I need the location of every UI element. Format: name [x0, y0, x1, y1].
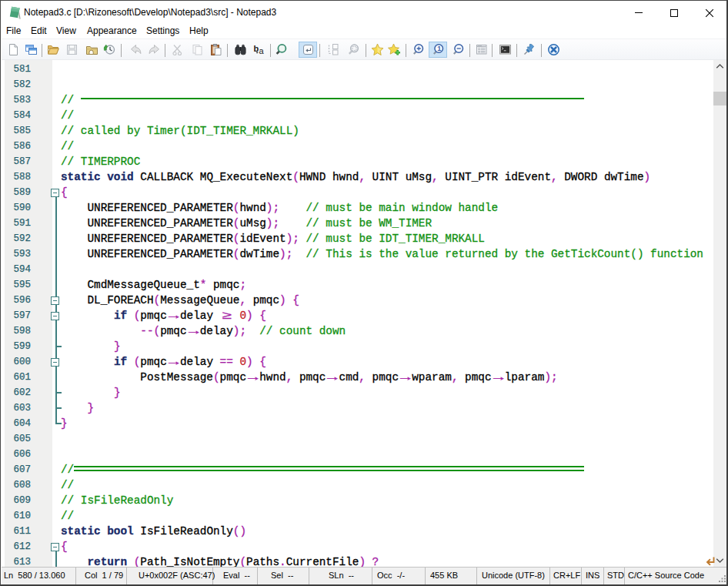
svg-text:1: 1 — [437, 45, 441, 52]
svg-text:a: a — [259, 46, 265, 55]
svg-text:b: b — [254, 44, 259, 53]
